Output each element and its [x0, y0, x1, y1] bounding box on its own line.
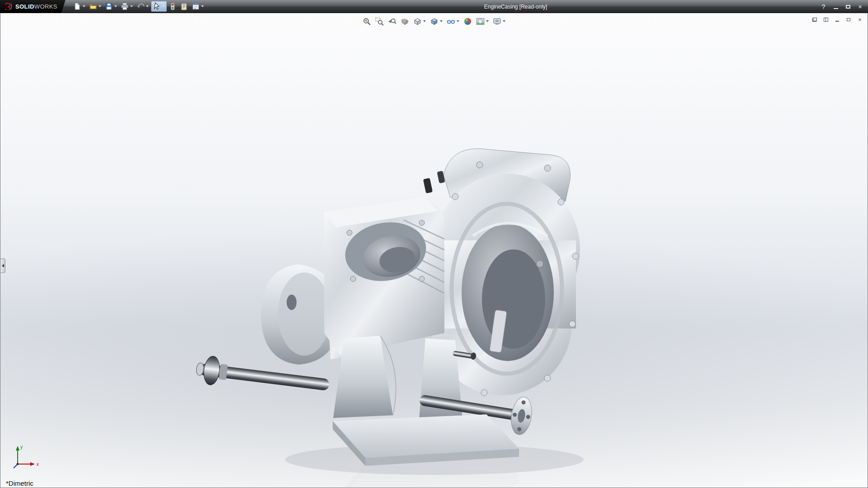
- options-icon: [192, 2, 200, 10]
- titlebar: SOLIDWORKS: [0, 0, 868, 13]
- apply-scene-dropdown-arrow[interactable]: [486, 20, 489, 22]
- doc-cascade-button[interactable]: [810, 15, 820, 24]
- maximize-button[interactable]: [842, 2, 854, 11]
- open-dropdown-arrow[interactable]: [99, 5, 101, 7]
- hide-show-items-button[interactable]: [445, 15, 461, 27]
- minimize-button[interactable]: [830, 2, 842, 11]
- view-settings-dropdown-arrow[interactable]: [503, 20, 505, 22]
- doc-restore-icon: [847, 18, 850, 21]
- save-dropdown-arrow[interactable]: [114, 5, 117, 7]
- help-button[interactable]: ?: [817, 2, 830, 11]
- document-window-controls: ×: [810, 15, 865, 24]
- options-dropdown-arrow[interactable]: [201, 5, 204, 7]
- rebuild-traffic-light-icon: [169, 2, 176, 10]
- hide-show-items-icon: [447, 17, 455, 26]
- main-toolbar: [72, 1, 205, 12]
- select-cursor-icon: [153, 2, 161, 10]
- save-button[interactable]: [104, 1, 118, 12]
- doc-restore-button[interactable]: [844, 15, 854, 24]
- zoom-to-fit-icon: [363, 17, 371, 26]
- brand-text: SOLIDWORKS: [15, 3, 57, 10]
- doc-minimize-button[interactable]: [832, 15, 842, 24]
- display-style-button[interactable]: [429, 15, 444, 27]
- display-style-dropdown-arrow[interactable]: [440, 20, 443, 22]
- apply-scene-button[interactable]: [475, 15, 490, 27]
- doc-close-button[interactable]: ×: [855, 15, 865, 24]
- triad-x-label: x: [37, 462, 39, 467]
- featuremanager-flyout-tab[interactable]: [0, 258, 5, 273]
- triad-y-label: y: [20, 445, 23, 450]
- open-folder-icon: [89, 2, 97, 10]
- undo-button[interactable]: [135, 1, 150, 12]
- print-dropdown-arrow[interactable]: [130, 5, 133, 7]
- new-document-button[interactable]: [72, 1, 87, 12]
- graphics-viewport[interactable]: ×: [0, 13, 868, 488]
- rebuild-button[interactable]: [168, 1, 178, 12]
- section-view-icon: [401, 17, 409, 26]
- 3ds-logo-icon: [4, 3, 13, 10]
- cascade-windows-icon: [812, 18, 817, 22]
- print-button[interactable]: [119, 1, 134, 12]
- brand-solid: SOLID: [15, 3, 34, 10]
- previous-view-button[interactable]: [387, 15, 398, 27]
- view-settings-button[interactable]: [491, 15, 507, 27]
- hide-show-dropdown-arrow[interactable]: [457, 20, 459, 22]
- minimize-icon: [834, 8, 838, 9]
- doc-minimize-icon: [835, 21, 839, 22]
- view-orientation-label: *Dimetric: [6, 479, 33, 487]
- view-settings-icon: [493, 17, 501, 26]
- zoom-to-area-icon: [375, 17, 384, 26]
- previous-view-icon: [388, 17, 396, 26]
- select-button[interactable]: [151, 1, 167, 12]
- window-controls: ? ×: [817, 0, 866, 13]
- engine-casing-model[interactable]: [190, 143, 588, 488]
- solidworks-logo: SOLIDWORKS: [0, 0, 66, 13]
- new-document-icon: [73, 2, 81, 10]
- save-icon: [105, 2, 113, 10]
- section-view-button[interactable]: [399, 15, 410, 27]
- edit-appearance-icon: [463, 17, 472, 26]
- view-orientation-icon: [413, 17, 422, 26]
- options-button[interactable]: [190, 1, 205, 12]
- solidworks-window: SOLIDWORKS: [0, 0, 868, 488]
- undo-icon: [137, 2, 145, 10]
- edit-appearance-button[interactable]: [462, 15, 473, 27]
- maximize-icon: [846, 5, 850, 9]
- brand-works: WORKS: [34, 3, 57, 10]
- file-properties-icon: [180, 2, 188, 10]
- zoom-to-area-button[interactable]: [374, 15, 385, 27]
- view-orientation-button[interactable]: [412, 15, 427, 27]
- zoom-to-fit-button[interactable]: [361, 15, 373, 27]
- reference-triad: x y: [11, 444, 43, 472]
- close-button[interactable]: ×: [854, 2, 866, 11]
- undo-dropdown-arrow[interactable]: [146, 5, 149, 7]
- open-button[interactable]: [88, 1, 103, 12]
- document-title: EngineCasing [Read-only]: [484, 0, 547, 13]
- print-icon: [121, 2, 129, 10]
- display-style-icon: [430, 17, 439, 26]
- apply-scene-icon: [476, 17, 485, 26]
- split-panes-icon: [824, 18, 828, 22]
- new-dropdown-arrow[interactable]: [83, 5, 85, 7]
- heads-up-view-toolbar: [361, 15, 507, 27]
- select-dropdown-arrow[interactable]: [162, 5, 165, 7]
- file-properties-button[interactable]: [179, 1, 189, 12]
- doc-panes-button[interactable]: [821, 15, 831, 24]
- view-orientation-dropdown-arrow[interactable]: [423, 20, 426, 22]
